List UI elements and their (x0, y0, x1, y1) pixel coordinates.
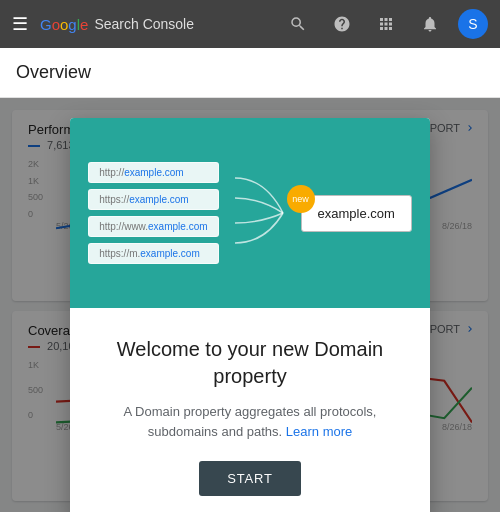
google-logo: Google Search Console (40, 16, 194, 33)
domain-source-item: http://example.com (88, 162, 218, 183)
help-icon[interactable] (326, 8, 358, 40)
top-navigation: ☰ Google Search Console S (0, 0, 500, 48)
page-title-bar: Overview (0, 48, 500, 98)
start-button[interactable]: START (199, 461, 300, 496)
modal-body: Welcome to your new Domain property A Do… (70, 308, 430, 512)
domain-source-item: http://www.example.com (88, 216, 218, 237)
notifications-icon[interactable] (414, 8, 446, 40)
google-wordmark: Google (40, 16, 88, 33)
domain-property-modal: http://example.com https://example.com h… (70, 118, 430, 512)
modal-description: A Domain property aggregates all protoco… (102, 402, 398, 441)
learn-more-link[interactable]: Learn more (286, 424, 352, 439)
arrows-diagram (235, 168, 285, 258)
main-content: Performa… EXPORT 7,613 to… 2K 1K 500 0 5… (0, 98, 500, 512)
domain-source-item: https://m.example.com (88, 243, 218, 264)
new-badge: new (287, 185, 315, 213)
modal-graphic: http://example.com https://example.com h… (70, 118, 430, 308)
menu-icon[interactable]: ☰ (12, 13, 28, 35)
domain-source-item: https://example.com (88, 189, 218, 210)
domain-diagram: http://example.com https://example.com h… (88, 162, 412, 264)
app-title: Search Console (94, 16, 194, 32)
apps-icon[interactable] (370, 8, 402, 40)
domain-source-list: http://example.com https://example.com h… (88, 162, 218, 264)
target-domain-box: example.com (301, 195, 412, 232)
target-domain-wrap: new example.com (301, 195, 412, 232)
user-avatar[interactable]: S (458, 9, 488, 39)
modal-overlay: http://example.com https://example.com h… (0, 98, 500, 512)
page-title: Overview (16, 62, 91, 82)
search-icon[interactable] (282, 8, 314, 40)
modal-title: Welcome to your new Domain property (102, 336, 398, 390)
